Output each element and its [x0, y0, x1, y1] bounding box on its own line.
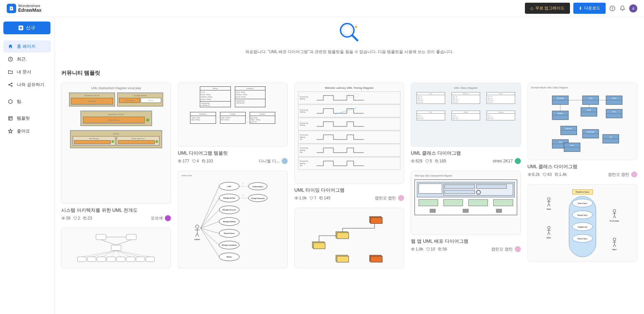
copy-icon	[435, 159, 439, 163]
upgrade-button[interactable]: ◇ 무료 업그레이드	[525, 3, 570, 14]
likes-stat: 2	[73, 216, 80, 221]
template-author[interactable]: 모르셱	[151, 215, 171, 221]
sidebar-item-label: 최근.	[17, 56, 27, 62]
sidebar-item-team[interactable]: 팀.	[3, 95, 51, 108]
template-card[interactable]: Web App UML Deployment Diagram 웹 앱 UML 배…	[411, 171, 521, 252]
eye-icon	[294, 196, 298, 200]
svg-line-19	[116, 240, 131, 245]
template-thumbnail	[61, 228, 171, 268]
svg-text:Review Story: Review Story	[577, 214, 587, 216]
svg-text:Manae Events: Manae Events	[224, 232, 235, 234]
sidebar-item-home[interactable]: 홈 페이지	[3, 40, 51, 52]
svg-text:Editor: Editor	[546, 237, 551, 239]
template-card[interactable]: Domain Model UML Class Diagram StockMgrO…	[528, 83, 637, 178]
clock-icon	[7, 56, 13, 62]
template-card[interactable]: Publish a Story Draft a StoryReview Stor…	[528, 184, 637, 262]
svg-rect-15	[126, 234, 136, 240]
svg-line-23	[92, 250, 116, 257]
copies-stat: 103	[202, 159, 213, 163]
template-card[interactable]: UML Class Diagram Classattr1: intattr2: …	[411, 83, 521, 164]
svg-point-9	[343, 26, 351, 34]
download-button[interactable]: ⬇ 다운로드	[573, 3, 606, 14]
template-card[interactable]: UML Deployment Diagram vocal jaay Databa…	[61, 83, 171, 221]
help-icon[interactable]	[609, 5, 616, 12]
svg-text:Worker: Worker	[558, 112, 563, 114]
heart-icon	[542, 172, 546, 176]
svg-point-11	[355, 26, 357, 28]
views-stat: 629	[411, 159, 422, 163]
svg-text:Draft a Story: Draft a Story	[578, 202, 587, 204]
svg-text:Suggest edit: Suggest edit	[578, 226, 587, 228]
template-meta: 1.0k 7 145 캡틴오 캡틴	[294, 195, 404, 201]
author-avatar	[165, 215, 171, 221]
sidebar-item-share[interactable]: 나와 공유하기	[3, 79, 51, 91]
svg-text:StockMgr2: StockMgr2	[586, 131, 595, 133]
svg-text:<>: <>	[243, 194, 244, 196]
svg-text:<>: <>	[243, 183, 244, 184]
template-meta: 6.2k 43 1.4k 캡틴오 캡틴	[528, 171, 637, 178]
svg-point-141	[547, 198, 550, 200]
share-icon	[7, 82, 13, 88]
sidebar-item-star[interactable]: 좋아요	[3, 125, 51, 137]
template-card[interactable]: Personid: intname: Stringaddress: String…	[178, 83, 287, 164]
author-avatar	[398, 195, 404, 201]
template-icon	[7, 115, 13, 121]
template-thumbnail: Website Latency UML Timing Diagram Proce…	[294, 83, 404, 184]
svg-rect-30	[126, 257, 135, 262]
likes-stat: 5	[425, 159, 432, 163]
svg-line-151	[549, 232, 550, 235]
template-thumbnail: Domain Model UML Class Diagram StockMgrO…	[528, 83, 637, 160]
template-meta: 1.8k 10 56 캡틴오 캡틴	[411, 246, 521, 252]
svg-line-150	[547, 232, 549, 235]
template-thumbnail	[294, 208, 404, 268]
svg-point-38	[196, 225, 199, 228]
copy-icon	[554, 172, 559, 176]
home-icon	[7, 43, 13, 49]
copy-icon	[83, 216, 87, 220]
likes-stat: 10	[426, 247, 435, 251]
logo-icon	[7, 4, 16, 13]
svg-rect-13	[84, 218, 86, 220]
new-button[interactable]: 신규	[3, 22, 50, 34]
section-title: 커뮤니티 템플릿	[61, 70, 637, 77]
search-illustration-icon	[337, 20, 361, 44]
svg-line-10	[352, 35, 357, 40]
svg-point-36	[179, 161, 180, 162]
template-author[interactable]: 캡틴오 캡틴	[491, 246, 521, 252]
svg-text:Login: Login	[227, 185, 231, 187]
likes-stat: 43	[542, 172, 551, 177]
sidebar-item-folder[interactable]: 내 문서	[3, 66, 51, 78]
template-card[interactable]	[294, 208, 404, 268]
sidebar-item-template[interactable]: 템플릿	[3, 112, 51, 124]
svg-text:Stock: Stock	[587, 109, 591, 111]
sidebar-item-label: 템플릿	[17, 115, 30, 121]
svg-rect-86	[370, 256, 382, 262]
svg-line-21	[82, 250, 116, 257]
template-card[interactable]: Website Latency UML Timing Diagram Proce…	[294, 83, 404, 201]
eye-icon	[528, 172, 532, 176]
logo[interactable]: Wondershare EdrawMax	[7, 4, 41, 13]
heart-icon	[425, 159, 429, 163]
svg-rect-37	[203, 160, 205, 162]
template-card[interactable]	[61, 228, 171, 268]
svg-line-35	[116, 250, 150, 257]
heart-icon	[426, 247, 430, 251]
header: Wondershare EdrawMax ◇ 무료 업그레이드 ⬇ 다운로드 d	[0, 0, 644, 17]
svg-text:Item: Item	[612, 111, 616, 113]
star-icon	[7, 128, 13, 134]
avatar[interactable]: d	[629, 4, 637, 12]
svg-rect-82	[313, 243, 325, 249]
copy-icon	[202, 159, 206, 163]
template-author[interactable]: 다니엘 디...	[259, 158, 287, 164]
sidebar-item-clock[interactable]: 최근.	[3, 53, 51, 65]
template-author[interactable]: vines 2K17	[493, 158, 521, 164]
template-author[interactable]: 캡틴오 캡틴	[375, 195, 404, 201]
bell-icon[interactable]	[619, 5, 626, 12]
svg-rect-14	[96, 234, 106, 240]
author-avatar	[282, 158, 288, 164]
svg-point-159	[613, 238, 616, 241]
svg-rect-76	[320, 197, 322, 199]
template-thumbnail: Admin Side Admin LoginManage SocietyMana…	[178, 171, 287, 268]
template-author[interactable]: 캡틴오 캡틴	[608, 171, 637, 178]
template-card[interactable]: Admin Side Admin LoginManage SocietyMana…	[178, 171, 287, 268]
